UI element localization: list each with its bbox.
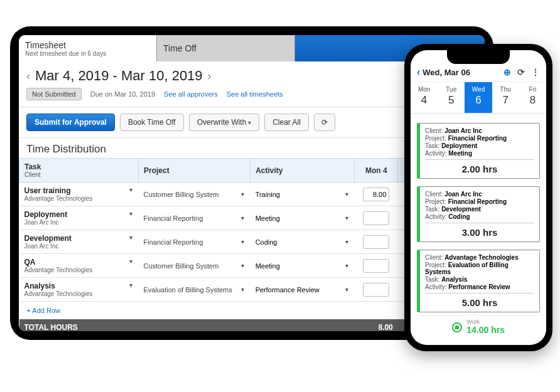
project-cell[interactable]: Customer Billing System (144, 262, 245, 270)
activity-cell[interactable]: Training (256, 191, 350, 198)
day-of-week: Mon (411, 86, 438, 93)
more-icon[interactable]: ⋮ (531, 67, 540, 77)
col-mon[interactable]: Mon 4 (355, 159, 398, 183)
day-of-week: Thu (492, 86, 519, 93)
client-name: Joan Arc Inc (24, 219, 125, 226)
task-cell[interactable]: User trainingAdvantage Technologies (24, 186, 134, 202)
task-name: Analysis (24, 282, 125, 290)
prev-week-icon[interactable]: ‹ (26, 70, 30, 83)
day-number: 7 (492, 94, 519, 107)
total-label: TOTAL HOURS (19, 319, 355, 331)
clear-all-button[interactable]: Clear All (264, 114, 309, 131)
task-name: Development (24, 234, 125, 243)
refresh-icon[interactable]: ⟳ (517, 67, 525, 77)
tab-subtitle: Next timesheet due in 6 days (25, 50, 150, 57)
task-cell[interactable]: AnalysisAdvantage Technologies (24, 282, 134, 297)
timer-icon (452, 322, 462, 332)
add-icon[interactable]: ⊕ (503, 67, 511, 77)
day-number: 8 (519, 94, 546, 107)
work-hours: 14.00 hrs (466, 325, 505, 335)
submit-button[interactable]: Submit for Approval (26, 114, 115, 131)
entry-cards[interactable]: Client: Joan Arc IncProject: Financial R… (411, 114, 546, 327)
day-cell[interactable]: Thu7 (492, 82, 519, 113)
time-entry-card[interactable]: Client: Joan Arc IncProject: Financial R… (417, 123, 540, 179)
activity-cell[interactable]: Meeting (256, 215, 350, 222)
col-project[interactable]: Project (139, 159, 250, 183)
total-mon: 8.00 (355, 319, 398, 331)
activity-cell[interactable]: Coding (256, 238, 350, 246)
task-cell[interactable]: QAAdvantage Technologies (24, 258, 134, 273)
hours-mon-input[interactable] (363, 259, 389, 273)
day-cell[interactable]: Tue5 (438, 82, 465, 113)
day-of-week: Wed (465, 86, 492, 93)
refresh-icon: ⟳ (321, 118, 328, 127)
hours-mon-input[interactable] (363, 235, 389, 249)
status-badge: Not Submitted (26, 88, 82, 100)
card-hours: 5.00 hrs (425, 293, 534, 309)
phone-screen: ‹ Wed, Mar 06 ⊕ ⟳ ⋮ Mon4Tue5Wed6Thu7Fri8… (411, 50, 546, 345)
back-icon[interactable]: ‹ (417, 66, 420, 78)
refresh-button[interactable]: ⟳ (314, 114, 335, 131)
day-cell[interactable]: Fri8 (519, 82, 546, 113)
time-entry-card[interactable]: Client: Advantage TechnologiesProject: E… (417, 250, 540, 312)
day-number: 6 (465, 94, 492, 107)
day-selector: Mon4Tue5Wed6Thu7Fri8 (411, 82, 546, 114)
day-number: 4 (411, 94, 438, 107)
client-name: Advantage Technologies (24, 267, 125, 273)
client-name: Advantage Technologies (24, 290, 125, 297)
day-cell[interactable]: Wed6 (465, 82, 492, 113)
project-cell[interactable]: Financial Reporting (144, 238, 245, 246)
tab-title: Time Off (163, 43, 288, 53)
header-date: Wed, Mar 06 (423, 68, 470, 77)
link-timesheets[interactable]: See all timesheets (227, 90, 283, 98)
work-label: Work (466, 319, 505, 325)
date-range: Mar 4, 2019 - Mar 10, 2019 (35, 68, 203, 84)
task-name: Deployment (24, 210, 125, 219)
hours-mon-input[interactable] (363, 211, 389, 225)
project-cell[interactable]: Financial Reporting (144, 215, 245, 222)
phone-frame: ‹ Wed, Mar 06 ⊕ ⟳ ⋮ Mon4Tue5Wed6Thu7Fri8… (404, 44, 552, 351)
task-cell[interactable]: DeploymentJoan Arc Inc (24, 210, 134, 226)
link-approvers[interactable]: See all approvers (164, 90, 218, 98)
tab-title: Timesheet (25, 40, 150, 50)
task-name: User training (24, 186, 125, 195)
task-name: QA (24, 258, 125, 267)
card-hours: 3.00 hrs (425, 223, 534, 239)
col-activity[interactable]: Activity (250, 159, 355, 183)
book-time-off-button[interactable]: Book Time Off (120, 114, 184, 131)
day-of-week: Tue (438, 86, 465, 93)
client-name: Advantage Technologies (24, 195, 125, 202)
due-text: Due on Mar 10, 2019 (90, 90, 155, 98)
overwrite-with-button[interactable]: Overwrite With (189, 114, 259, 131)
phone-notch (447, 50, 510, 64)
work-total: Work 14.00 hrs (411, 315, 546, 341)
day-number: 5 (438, 94, 465, 107)
activity-cell[interactable]: Performance Review (256, 286, 350, 294)
time-entry-card[interactable]: Client: Joan Arc IncProject: Financial R… (417, 186, 540, 242)
hours-mon-input[interactable] (363, 188, 389, 201)
tab-timesheet[interactable]: Timesheet Next timesheet due in 6 days (19, 35, 157, 61)
client-name: Joan Arc Inc (24, 243, 125, 250)
day-of-week: Fri (519, 86, 546, 93)
activity-cell[interactable]: Meeting (256, 262, 350, 270)
tab-timeoff[interactable]: Time Off (157, 35, 295, 61)
col-task[interactable]: Task Client (19, 159, 139, 183)
project-cell[interactable]: Customer Billing System (144, 191, 245, 198)
day-cell[interactable]: Mon4 (411, 82, 438, 113)
card-hours: 2.00 hrs (425, 159, 534, 176)
task-cell[interactable]: DevelopmentJoan Arc Inc (24, 234, 134, 250)
project-cell[interactable]: Evaluation of Billing Systems (144, 286, 245, 294)
next-week-icon[interactable]: › (208, 70, 212, 83)
hours-mon-input[interactable] (363, 283, 389, 297)
